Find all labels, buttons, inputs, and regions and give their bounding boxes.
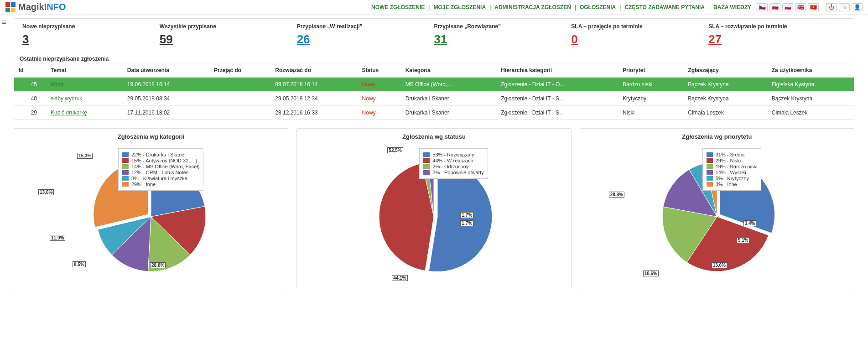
- chart-callout: 1,7%: [460, 220, 473, 226]
- table-header: Id: [14, 63, 46, 78]
- logo-text-1: Magik: [18, 2, 44, 12]
- flag-vn-icon[interactable]: 🇻🇳: [808, 3, 819, 11]
- table-row[interactable]: 45 Word 19.06.2018 16:14 09.07.2018 16:1…: [14, 78, 854, 92]
- chart-legend: 31% - Średni29% - Niski19% - Bardzo nisk…: [702, 148, 762, 191]
- kpi-label: SLA – przejęcie po terminie: [571, 23, 708, 30]
- chart-panel: Zgłoszenia wg statusu 53% - Rozwiązany44…: [296, 128, 571, 289]
- kpi[interactable]: SLA – przejęcie po terminie0: [571, 23, 708, 47]
- table-header: Temat: [46, 63, 123, 78]
- nav-link[interactable]: BAZA WIEDZY: [713, 4, 751, 10]
- topbar: MagikINFO NOWE ZGŁOSZENIE|MOJE ZGŁOSZENI…: [0, 0, 868, 15]
- kpi[interactable]: Przypisane „W realizacji"26: [297, 23, 434, 47]
- kpi-label: SLA – rozwiązanie po terminie: [708, 23, 846, 30]
- table-header: Zgłaszający: [683, 63, 767, 78]
- logo: MagikINFO: [5, 2, 66, 12]
- menu-toggle-icon[interactable]: ≡: [2, 18, 6, 26]
- chart-callout: 28,8%: [150, 262, 166, 268]
- kpi[interactable]: Nowe nieprzypisane3: [22, 23, 160, 47]
- top-icons: 🇨🇿 🇸🇰 🇵🇱 🇬🇧 🇻🇳 ⏻ ⌂ 👤: [757, 3, 863, 11]
- nav-link[interactable]: CZĘSTO ZADAWANE PYTANIA: [624, 4, 705, 10]
- top-nav: NOWE ZGŁOSZENIE|MOJE ZGŁOSZENIA|ADMINIST…: [371, 4, 751, 10]
- chart-callout: 52,5%: [387, 147, 403, 153]
- chart-callout: 3,4%: [743, 220, 757, 226]
- chart-title: Zgłoszenia wg priorytetu: [584, 133, 850, 140]
- table-header: Hierarchia kategorii: [496, 63, 618, 78]
- flag-sk-icon[interactable]: 🇸🇰: [769, 3, 780, 11]
- logo-text-2: INFO: [44, 2, 66, 12]
- flag-pl-icon[interactable]: 🇵🇱: [782, 3, 793, 11]
- chart-callout: 13,6%: [38, 189, 54, 195]
- kpi-value: 0: [571, 32, 708, 47]
- chart-panel: Zgłoszenia wg kategorii 22% - Drukarka i…: [14, 128, 288, 289]
- table-header: Rozwiązać do: [270, 63, 357, 78]
- kpi-value: 31: [434, 32, 571, 47]
- kpi-label: Przypisane „Rozwiązane": [434, 23, 571, 30]
- chart-title: Zgłoszenia wg kategorii: [18, 133, 284, 140]
- chart-panel: Zgłoszenia wg priorytetu 31% - Średni29%…: [580, 128, 854, 289]
- table-header: Przejąć do: [209, 63, 270, 78]
- home-icon[interactable]: ⌂: [839, 3, 850, 11]
- chart-callout: 11,9%: [50, 235, 65, 241]
- kpi[interactable]: Przypisane „Rozwiązane"31: [434, 23, 571, 47]
- chart-callout: 5,1%: [737, 237, 750, 243]
- table-row[interactable]: 29 Kupić drukarkę 17.11.2016 18:02 28.12…: [14, 106, 854, 120]
- tickets-table: IdTematData utworzeniaPrzejąć doRozwiąza…: [14, 63, 854, 120]
- kpi-value: 59: [160, 32, 297, 47]
- nav-link[interactable]: OGŁOSZENIA: [580, 4, 616, 10]
- kpi[interactable]: SLA – rozwiązanie po terminie27: [708, 23, 846, 47]
- nav-link[interactable]: NOWE ZGŁOSZENIE: [371, 4, 425, 10]
- table-row[interactable]: 40 słaby wydruk 29.05.2018 08:34 29.05.2…: [14, 92, 854, 106]
- table-header: Priorytet: [618, 63, 683, 78]
- nav-link[interactable]: ADMINISTRACJA ZGŁOSZEŃ: [494, 4, 571, 10]
- chart-callout: 1,7%: [460, 212, 473, 218]
- chart-legend: 53% - Rozwiązany44% - W realizacji2% - O…: [419, 148, 488, 179]
- chart-callout: 18,6%: [643, 271, 659, 276]
- table-header: Kategoria: [401, 63, 497, 78]
- chart-title: Zgłoszenia wg statusu: [301, 133, 567, 140]
- chart-legend: 22% - Drukarka i Skaner15% - Antywirus (…: [118, 148, 203, 191]
- kpi-label: Nowe nieprzypisane: [22, 23, 160, 30]
- table-header: Data utworzenia: [123, 63, 209, 78]
- ticket-link[interactable]: słaby wydruk: [51, 95, 82, 102]
- chart-callout: 15,3%: [77, 153, 93, 159]
- chart-callout: 28,8%: [609, 192, 624, 198]
- table-header: Za użytkownika: [767, 63, 854, 78]
- chart-callout: 8,5%: [73, 261, 86, 267]
- chart-callout: 13,6%: [712, 262, 727, 268]
- kpi-panel: Nowe nieprzypisane3Wszystkie przypisane5…: [14, 18, 854, 120]
- power-icon[interactable]: ⏻: [826, 3, 837, 11]
- kpi[interactable]: Wszystkie przypisane59: [160, 23, 297, 47]
- chart-callout: 44,1%: [392, 275, 407, 281]
- ticket-link[interactable]: Kupić drukarkę: [51, 109, 87, 116]
- kpi-value: 27: [708, 32, 846, 47]
- flag-cz-icon[interactable]: 🇨🇿: [757, 3, 768, 11]
- nav-link[interactable]: MOJE ZGŁOSZENIA: [433, 4, 486, 10]
- user-icon[interactable]: 👤: [852, 3, 863, 11]
- kpi-value: 3: [22, 32, 160, 47]
- kpi-value: 26: [297, 32, 434, 47]
- logo-icon: [5, 2, 16, 12]
- table-title: Ostatnie nieprzypisane zgłoszenia: [14, 53, 854, 63]
- table-header: Status: [358, 63, 401, 78]
- ticket-link[interactable]: Word: [51, 81, 63, 88]
- kpi-label: Przypisane „W realizacji": [297, 23, 434, 30]
- kpi-label: Wszystkie przypisane: [160, 23, 297, 30]
- flag-en-icon[interactable]: 🇬🇧: [795, 3, 806, 11]
